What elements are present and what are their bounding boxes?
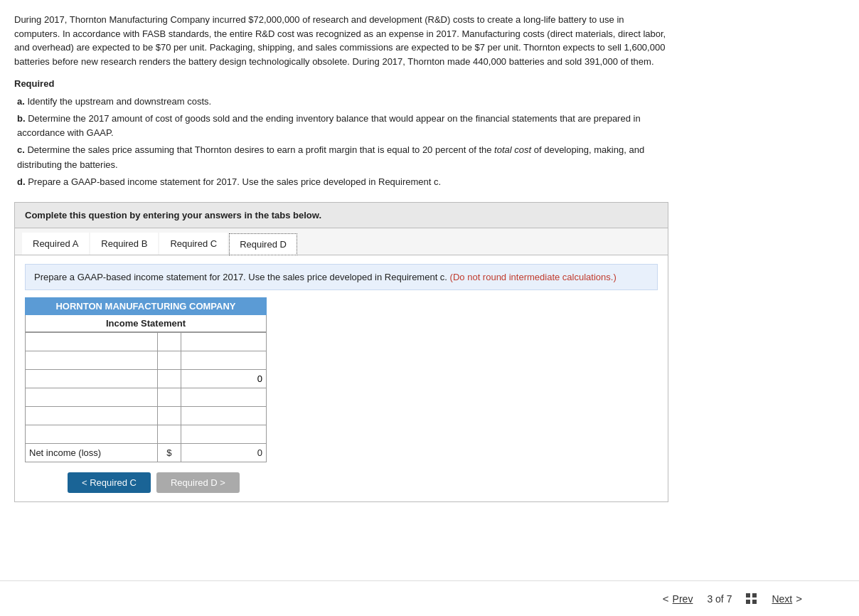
prev-label[interactable]: Prev — [673, 593, 693, 605]
row6-label-input[interactable] — [29, 429, 154, 440]
row6-value-input[interactable] — [185, 429, 262, 440]
income-table: Net income (loss) $ 0 — [25, 332, 267, 462]
req-item-d: d. Prepare a GAAP-based income statement… — [17, 175, 668, 189]
table-row — [26, 425, 267, 444]
next-button[interactable]: Next > — [772, 593, 802, 605]
tab-required-b[interactable]: Required B — [90, 233, 158, 255]
row1-value-input[interactable] — [185, 336, 262, 347]
req-item-c: c. Determine the sales price assuming th… — [17, 143, 668, 171]
row4-value-input[interactable] — [185, 392, 262, 403]
prev-req-button[interactable]: < Required C — [68, 472, 151, 493]
req-item-b: b. Determine the 2017 amount of cost of … — [17, 112, 668, 140]
row2-label-input[interactable] — [29, 355, 154, 366]
table-row — [26, 370, 267, 388]
table-row — [26, 388, 267, 407]
row4-label-input[interactable] — [29, 392, 154, 403]
statement-title: Income Statement — [25, 315, 267, 332]
question-box: Complete this question by entering your … — [14, 202, 668, 503]
nav-buttons: < Required C Required D > — [68, 472, 658, 493]
tab-required-c[interactable]: Required C — [159, 233, 228, 255]
intro-paragraph: During 2017, Thornton Manufacturing Comp… — [14, 13, 668, 68]
income-statement-wrapper: HORNTON MANUFACTURING COMPANY Income Sta… — [25, 297, 267, 462]
company-name: HORNTON MANUFACTURING COMPANY — [25, 297, 267, 315]
page-indicator: 3 of 7 — [707, 593, 732, 605]
req-item-a: a. Identify the upstream and downstream … — [17, 95, 668, 109]
grid-icon[interactable] — [746, 593, 757, 605]
tab-required-d[interactable]: Required D — [229, 233, 297, 255]
net-income-row: Net income (loss) $ 0 — [26, 444, 267, 462]
bottom-navigation: < Prev 3 of 7 Next > — [0, 580, 859, 616]
row3-value-input[interactable] — [185, 373, 262, 384]
row2-value-input[interactable] — [185, 355, 262, 366]
next-arrow-icon: > — [796, 593, 802, 605]
question-box-header: Complete this question by entering your … — [15, 203, 668, 228]
row5-label-input[interactable] — [29, 410, 154, 421]
tab-required-a[interactable]: Required A — [22, 233, 89, 255]
required-heading: Required — [14, 78, 668, 89]
tab-content: Prepare a GAAP-based income statement fo… — [15, 255, 668, 502]
next-label[interactable]: Next — [772, 593, 792, 605]
row1-label-input[interactable] — [29, 336, 154, 347]
net-income-dollar: $ — [157, 444, 181, 462]
next-req-button[interactable]: Required D > — [156, 472, 240, 493]
prev-button[interactable]: < Prev — [663, 593, 693, 605]
row3-label-input[interactable] — [29, 373, 154, 384]
net-income-value: 0 — [181, 444, 266, 462]
tabs-row: Required A Required B Required C Require… — [15, 228, 668, 255]
requirements-list: a. Identify the upstream and downstream … — [17, 95, 668, 189]
row5-value-input[interactable] — [185, 410, 262, 421]
table-row — [26, 333, 267, 351]
table-row — [26, 407, 267, 425]
net-income-label: Net income (loss) — [26, 444, 158, 462]
tab-instruction: Prepare a GAAP-based income statement fo… — [25, 264, 658, 291]
table-row — [26, 351, 267, 370]
prev-arrow-icon: < — [663, 593, 669, 605]
